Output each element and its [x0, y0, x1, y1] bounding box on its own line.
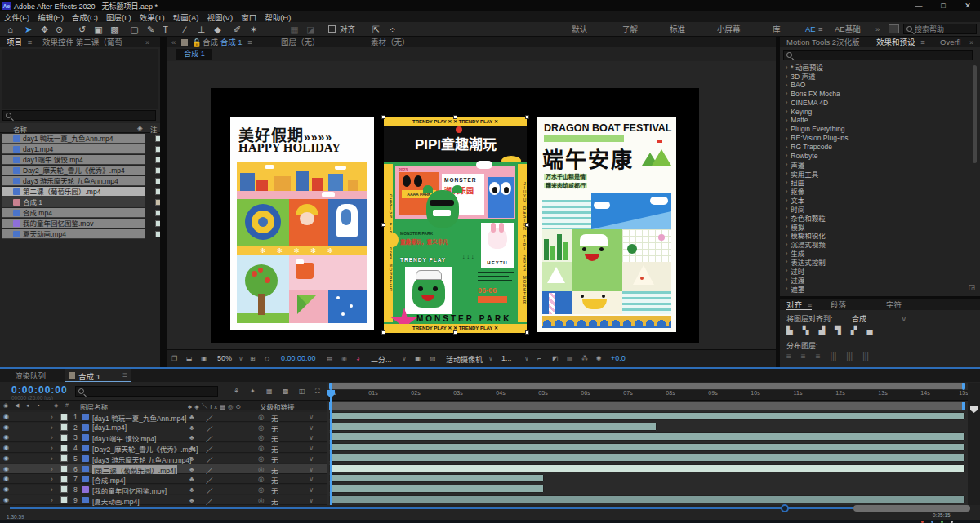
- layer-collapse-icon[interactable]: ♣: [189, 475, 194, 483]
- timeline-layer-row[interactable]: ◉ › 7 [合成.mp4] ♣ ／ ◎ 无 ∨: [0, 474, 327, 484]
- menu-window[interactable]: 窗口: [241, 11, 256, 23]
- exposure-value[interactable]: +0.0: [611, 354, 626, 362]
- pen-tool-icon[interactable]: ✎: [144, 23, 158, 36]
- timeline-layer-row[interactable]: ◉ › 3 [day1端午 馍饺.mp4] ♣ ／ ◎ 无 ∨: [0, 432, 327, 442]
- layer-quality-icon[interactable]: ／: [206, 423, 213, 433]
- layer-expand-chevron[interactable]: ›: [51, 454, 53, 463]
- menu-effect[interactable]: 效果(T): [140, 11, 165, 23]
- layer-eye-icon[interactable]: ◉: [3, 433, 9, 441]
- time-navigator[interactable]: [329, 383, 965, 389]
- layer-color-swatch[interactable]: [60, 465, 68, 472]
- views-chevron-icon[interactable]: ∨: [524, 355, 529, 362]
- workspace-default[interactable]: 默认: [572, 22, 587, 37]
- work-area-bar[interactable]: [329, 402, 965, 410]
- frame-blend-icon[interactable]: ▩: [283, 388, 289, 395]
- layer-eye-icon[interactable]: ◉: [3, 413, 9, 420]
- union-tool-icon[interactable]: ▩: [108, 23, 122, 36]
- layer-bar[interactable]: [329, 412, 965, 420]
- effects-category[interactable]: ›3D 声道: [782, 72, 974, 81]
- workspace-ae-base[interactable]: AE基础: [835, 22, 861, 37]
- layer-expand-chevron[interactable]: ›: [51, 475, 53, 483]
- eraser-tool-icon[interactable]: ◆: [211, 23, 225, 36]
- text-tool-icon[interactable]: T: [158, 23, 172, 36]
- comp-breadcrumb-tab[interactable]: 合成 1: [176, 49, 212, 60]
- layer-name[interactable]: [day1.mp4]: [92, 423, 127, 432]
- layer-parent-value[interactable]: 无: [271, 444, 278, 454]
- effects-category[interactable]: ›抠像: [782, 187, 974, 196]
- layer-parent-value[interactable]: 无: [271, 465, 278, 475]
- effects-category[interactable]: ›文本: [782, 196, 974, 205]
- menu-animation[interactable]: 动画(A): [173, 11, 199, 23]
- layer-color-swatch[interactable]: [60, 414, 68, 421]
- timeline-layer-row[interactable]: ◉ › 5 [day3 游乐摩天轮 九鱼Ann.mp4] ♣ ／ ◎ 无 ∨: [0, 454, 327, 463]
- effects-category[interactable]: ›CINEMA 4D: [782, 98, 974, 107]
- layer-color-swatch[interactable]: [60, 423, 68, 431]
- layer-parent-chevron[interactable]: ∨: [309, 423, 314, 432]
- layer-parent-chevron[interactable]: ∨: [309, 485, 314, 494]
- layer-color-swatch[interactable]: [60, 434, 68, 441]
- layer-color-swatch[interactable]: [60, 476, 68, 483]
- timeline-layer-row[interactable]: ◉ › 6 [第二课（葡萄乐园）.mp4] ♣ ／ ◎ 无 ∨: [0, 464, 327, 474]
- roi-icon[interactable]: ▣: [415, 355, 421, 362]
- camera-dropdown[interactable]: 活动摄像机: [446, 354, 483, 365]
- layer-parent-pickwhip-icon[interactable]: ◎: [258, 465, 264, 473]
- workspace-library[interactable]: 库: [773, 22, 781, 37]
- align-to-dropdown[interactable]: 合成 ∨: [852, 313, 906, 324]
- home-tool-icon[interactable]: ⌂: [3, 23, 17, 36]
- graph-editor-icon[interactable]: ⛶: [315, 388, 320, 396]
- layer-expand-chevron[interactable]: ›: [51, 444, 53, 452]
- layer-parent-value[interactable]: 无: [271, 433, 278, 443]
- camera-snapshot-icon[interactable]: ▤: [327, 355, 333, 362]
- project-tabs-more-icon[interactable]: »: [145, 37, 149, 47]
- layer-bar[interactable]: [329, 474, 544, 482]
- effects-category[interactable]: ›RG Trapcode: [782, 143, 974, 152]
- effects-category[interactable]: ›时间: [782, 205, 974, 214]
- effects-category[interactable]: ›过时: [782, 266, 974, 275]
- brush-tool-icon[interactable]: ∕: [178, 23, 192, 36]
- show-snapshot-icon[interactable]: ⬓: [186, 355, 193, 362]
- selection-handle[interactable]: [453, 115, 457, 119]
- layer-parent-chevron[interactable]: ∨: [309, 444, 314, 452]
- hand-tool-icon[interactable]: ✥: [38, 23, 51, 36]
- align-left-icon[interactable]: ▙: [786, 326, 793, 335]
- layer-eye-icon[interactable]: ◉: [3, 444, 9, 451]
- layer-name[interactable]: [day3 游乐摩天轮 九鱼Ann.mp4]: [92, 454, 191, 464]
- timeline-hscroll-line[interactable]: [10, 507, 968, 509]
- menu-edit[interactable]: 编辑(E): [38, 11, 64, 23]
- effects-category[interactable]: ›过渡: [782, 275, 974, 284]
- layer-collapse-icon[interactable]: ♣: [189, 465, 194, 473]
- timeline-layer-row[interactable]: ◉ › 8 [我的童年回忆图鉴.mov] ♣ ／ ◎ 无 ∨: [0, 485, 327, 494]
- layer-parent-chevron[interactable]: ∨: [309, 413, 314, 421]
- align-vcenter-icon[interactable]: ▞: [851, 326, 858, 335]
- layer-name[interactable]: [day1端午 馍饺.mp4]: [92, 433, 156, 443]
- layer-name[interactable]: [Day2_摩天轮_雪儿《优秀》.mp4]: [92, 444, 198, 454]
- clone-tool-icon[interactable]: ⊥: [194, 23, 208, 36]
- layer-parent-value[interactable]: 无: [271, 454, 278, 464]
- resolution-dropdown[interactable]: 二分...: [371, 354, 392, 365]
- tab-motion-tools[interactable]: Motion Tools 2汉化版: [786, 37, 860, 47]
- layer-color-swatch[interactable]: [60, 454, 68, 462]
- grid3d-tool-icon[interactable]: ⁘: [385, 23, 399, 36]
- project-item[interactable]: 夏天动画.mp4: [2, 229, 145, 239]
- layer-collapse-icon[interactable]: ♣: [189, 454, 194, 463]
- layer-collapse-icon[interactable]: ♣: [189, 423, 194, 432]
- transparency-icon[interactable]: ▨: [430, 355, 436, 362]
- layer-collapse-icon[interactable]: ♣: [189, 433, 194, 441]
- layer-color-swatch[interactable]: [60, 485, 68, 493]
- dist-left-icon[interactable]: |||: [831, 352, 837, 361]
- view-count-dropdown[interactable]: 1...: [501, 354, 512, 362]
- effects-category[interactable]: ›Keying: [782, 107, 974, 116]
- rotate-tool-icon[interactable]: ↺: [75, 23, 89, 36]
- project-item-selected[interactable]: 第二课（葡萄乐园）.mp4: [2, 187, 145, 197]
- layer-eye-icon[interactable]: ◉: [3, 475, 9, 482]
- tab-project[interactable]: 项目 ≡: [7, 37, 32, 47]
- align-checkbox[interactable]: [328, 25, 336, 33]
- layer-parent-value[interactable]: 无: [271, 413, 278, 423]
- effects-category[interactable]: ›模糊和锐化: [782, 231, 974, 240]
- layer-bar[interactable]: [329, 485, 544, 493]
- selection-handle[interactable]: [381, 115, 385, 119]
- layer-collapse-icon[interactable]: ♣: [189, 496, 194, 504]
- workspace-standard[interactable]: 标准: [670, 22, 685, 37]
- layer-parent-pickwhip-icon[interactable]: ◎: [258, 444, 264, 452]
- effects-category[interactable]: ›* 动画预设: [782, 63, 974, 72]
